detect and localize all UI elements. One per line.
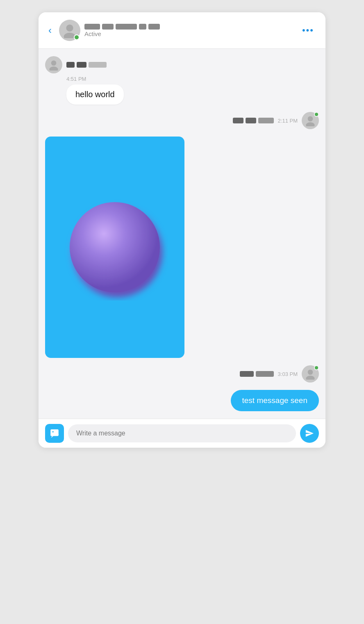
media-attach-button[interactable] — [45, 424, 64, 443]
message-time: 2:11 PM — [278, 118, 298, 124]
outgoing-seen-meta: 3:03 PM — [45, 365, 319, 383]
name-block — [139, 24, 146, 30]
svg-point-7 — [308, 370, 313, 375]
sphere-image — [61, 194, 168, 301]
my-avatar-wrap-2 — [302, 365, 319, 383]
chat-area: 4:51 PM hello world 2:11 PM — [39, 49, 325, 419]
svg-rect-9 — [50, 429, 59, 436]
name-block — [84, 24, 100, 30]
image-message[interactable] — [45, 137, 184, 358]
message-bubble-incoming: hello world — [66, 84, 124, 105]
more-options-button[interactable]: ••• — [300, 23, 316, 37]
sender-name-blocks — [66, 62, 107, 68]
outgoing-meta: 2:11 PM — [233, 112, 319, 129]
name-block — [66, 62, 75, 68]
svg-point-6 — [70, 202, 160, 292]
message-input[interactable] — [68, 424, 296, 442]
outgoing-bubble-row: test message seen — [45, 390, 319, 411]
header-status: Active — [84, 30, 296, 37]
name-block — [116, 24, 137, 30]
name-block — [89, 62, 107, 68]
name-block — [246, 118, 256, 123]
name-block — [258, 118, 274, 123]
header-info: Active — [84, 24, 296, 37]
outgoing-name-blocks-2 — [240, 371, 274, 377]
msg-sender-header — [45, 56, 107, 73]
input-bar — [39, 419, 325, 448]
header-avatar-wrap — [59, 20, 80, 41]
outgoing-name-blocks — [233, 118, 274, 123]
svg-marker-11 — [306, 430, 314, 437]
incoming-message: 4:51 PM hello world — [45, 56, 319, 105]
name-block — [77, 62, 86, 68]
svg-point-2 — [51, 61, 57, 66]
name-block — [240, 371, 254, 377]
online-indicator — [314, 112, 319, 117]
my-avatar-wrap — [302, 112, 319, 129]
online-indicator — [314, 365, 319, 370]
person-icon — [48, 59, 59, 71]
svg-point-0 — [66, 25, 73, 32]
send-icon — [305, 429, 314, 438]
back-button[interactable]: ‹ — [45, 24, 55, 37]
svg-point-10 — [52, 431, 54, 433]
send-button[interactable] — [300, 424, 319, 443]
svg-point-5 — [306, 122, 315, 126]
person-icon — [305, 115, 316, 126]
outgoing-seen-header: 3:03 PM — [240, 365, 319, 383]
person-icon — [305, 368, 316, 380]
svg-point-3 — [50, 66, 58, 71]
outgoing-meta-row: 2:11 PM — [45, 112, 319, 129]
chat-window: ‹ Active ••• — [39, 12, 325, 448]
svg-point-8 — [306, 376, 315, 380]
message-time: 3:03 PM — [278, 371, 298, 377]
name-block — [233, 118, 243, 123]
image-icon — [49, 428, 60, 439]
online-indicator — [74, 34, 80, 40]
name-block — [256, 371, 274, 377]
message-time: 4:51 PM — [66, 76, 86, 82]
message-bubble-outgoing: test message seen — [231, 390, 319, 411]
svg-point-4 — [308, 116, 313, 122]
header-name-blocks — [84, 24, 296, 30]
name-block — [148, 24, 160, 30]
sender-avatar — [45, 56, 62, 73]
name-block — [102, 24, 114, 30]
chat-header: ‹ Active ••• — [39, 12, 325, 49]
